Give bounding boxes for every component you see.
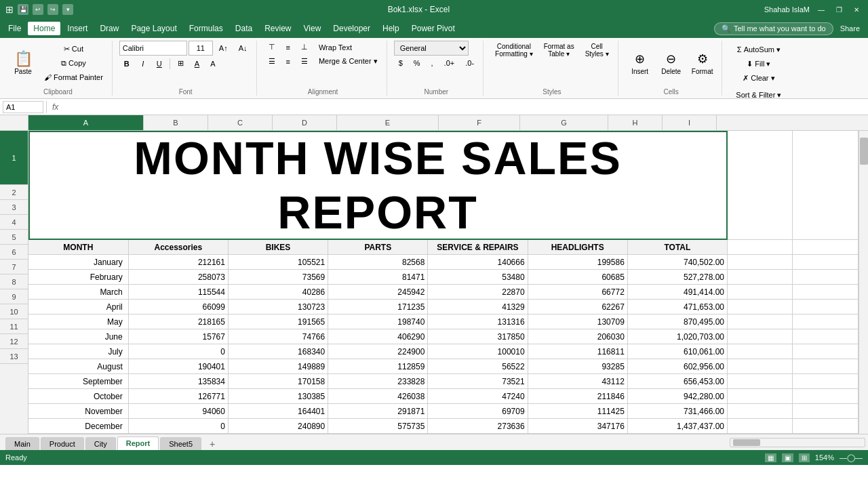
cell-svc-jan[interactable]: 140666 [428, 255, 528, 270]
header-parts[interactable]: PARTS [328, 240, 428, 255]
align-top-button[interactable]: ⊤ [264, 41, 280, 54]
sort-filter-button[interactable]: Sort & Filter ▾ [729, 89, 789, 102]
font-name-input[interactable] [119, 41, 187, 56]
minimize-button[interactable]: — [815, 5, 827, 14]
header-headlights[interactable]: HEADLIGHTS [528, 240, 627, 255]
header-service[interactable]: SERVICE & REPAIRS [428, 240, 528, 255]
align-center-button[interactable]: ≡ [281, 56, 295, 68]
col-header-g[interactable]: G [520, 115, 608, 130]
delete-button[interactable]: ⊖ Delete [656, 41, 686, 85]
align-right-button[interactable]: ☰ [296, 55, 313, 68]
header-month[interactable]: MONTH [28, 240, 128, 255]
new-sheet-button[interactable]: + [205, 438, 219, 450]
bold-button[interactable]: B [119, 58, 134, 70]
header-h[interactable] [728, 240, 793, 255]
font-size-input[interactable] [189, 41, 213, 56]
font-color-button[interactable]: A [205, 58, 220, 70]
menu-file[interactable]: File [3, 22, 26, 35]
scroll-thumb-h[interactable] [733, 439, 760, 446]
tell-me-search[interactable]: 🔍 Tell me what you want to do [714, 22, 833, 35]
merge-center-button[interactable]: Merge & Center ▾ [314, 55, 382, 68]
menu-review[interactable]: Review [259, 22, 296, 35]
fill-color-button[interactable]: A [190, 58, 204, 70]
cell-bikes-jan[interactable]: 105521 [228, 255, 328, 270]
comma-button[interactable]: , [427, 57, 438, 69]
col-header-f[interactable]: F [439, 115, 520, 130]
share-button[interactable]: Share [835, 24, 865, 33]
header-accessories[interactable]: Accessories [128, 240, 228, 255]
restore-button[interactable]: ❐ [833, 5, 845, 14]
redo-icon[interactable]: ↪ [47, 4, 58, 15]
save-icon[interactable]: 💾 [18, 4, 28, 15]
menu-page-layout[interactable]: Page Layout [125, 22, 182, 35]
cell-month-jan[interactable]: January [28, 255, 128, 270]
shrink-font-button[interactable]: A↓ [234, 42, 252, 54]
col-header-c[interactable]: C [208, 115, 273, 130]
format-as-table-button[interactable]: Format asTable ▾ [539, 41, 579, 60]
menu-formulas[interactable]: Formulas [184, 22, 229, 35]
formula-input[interactable] [64, 101, 865, 113]
scroll-thumb-v[interactable] [860, 138, 868, 165]
copy-button[interactable]: ⧉ Copy [39, 57, 108, 70]
tab-main[interactable]: Main [5, 437, 39, 450]
vertical-scrollbar[interactable] [859, 131, 868, 434]
menu-power-pivot[interactable]: Power Pivot [406, 22, 460, 35]
tab-product[interactable]: Product [41, 437, 84, 450]
zoom-slider[interactable]: —◯— [840, 453, 863, 462]
align-left-button[interactable]: ☰ [264, 55, 280, 68]
format-painter-button[interactable]: 🖌 Format Painter [39, 71, 108, 83]
cell-acc-jan[interactable]: 212161 [128, 255, 228, 270]
menu-draw[interactable]: Draw [94, 22, 124, 35]
header-total[interactable]: TOTAL [627, 240, 727, 255]
header-i[interactable] [793, 240, 859, 255]
align-bottom-button[interactable]: ⊥ [296, 41, 313, 54]
cell-styles-button[interactable]: CellStyles ▾ [580, 41, 614, 60]
more-commands-icon[interactable]: ▾ [62, 4, 73, 15]
name-box-input[interactable] [3, 101, 43, 113]
col-header-h[interactable]: H [608, 115, 663, 130]
italic-button[interactable]: I [136, 58, 151, 70]
cell-lights-jan[interactable]: 199586 [528, 255, 627, 270]
paste-button[interactable]: 📋 Paste [8, 41, 38, 85]
close-button[interactable]: ✕ [850, 5, 863, 14]
align-middle-button[interactable]: ≡ [281, 41, 295, 54]
cell-parts-jan[interactable]: 82568 [328, 255, 428, 270]
tab-sheet5[interactable]: Sheet5 [160, 437, 201, 450]
i-cell-1[interactable] [793, 131, 859, 240]
cell-total-jan[interactable]: 740,502.00 [627, 255, 727, 270]
percent-button[interactable]: % [409, 57, 425, 69]
view-page-break-icon[interactable]: ⊞ [799, 453, 810, 462]
cut-button[interactable]: ✂ Cut [39, 43, 108, 56]
number-format-select[interactable]: General Number Currency [394, 41, 469, 56]
cell-month-feb[interactable]: February [28, 270, 128, 285]
col-header-i[interactable]: I [663, 115, 717, 130]
autosum-button[interactable]: Σ AutoSum ▾ [729, 43, 789, 56]
menu-view[interactable]: View [298, 22, 327, 35]
col-header-a[interactable]: A [28, 115, 144, 130]
menu-help[interactable]: Help [377, 22, 405, 35]
menu-data[interactable]: Data [230, 22, 258, 35]
dollar-button[interactable]: $ [394, 57, 408, 69]
border-button[interactable]: ⊞ [173, 57, 189, 70]
col-header-e[interactable]: E [337, 115, 439, 130]
increase-decimal-button[interactable]: .0+ [439, 57, 460, 69]
header-bikes[interactable]: BIKES [228, 240, 328, 255]
view-normal-icon[interactable]: ▦ [765, 453, 776, 462]
undo-icon[interactable]: ↩ [33, 4, 43, 15]
h-cell-1[interactable] [728, 131, 793, 240]
tab-city[interactable]: City [85, 437, 116, 450]
decrease-decimal-button[interactable]: .0- [460, 57, 479, 69]
format-button[interactable]: ⚙ Format [688, 41, 717, 85]
title-merged-cell[interactable]: MONTH WISE SALES REPORT [28, 131, 728, 240]
insert-button[interactable]: ⊕ Insert [625, 41, 655, 85]
grow-font-button[interactable]: A↑ [214, 42, 233, 54]
tab-report[interactable]: Report [117, 436, 159, 450]
conditional-formatting-button[interactable]: ConditionalFormatting ▾ [490, 41, 538, 60]
view-page-layout-icon[interactable]: ▣ [782, 453, 793, 462]
col-header-d[interactable]: D [273, 115, 337, 130]
underline-button[interactable]: U [152, 58, 167, 70]
horizontal-scrollbar[interactable] [730, 438, 865, 447]
menu-insert[interactable]: Insert [62, 22, 93, 35]
wrap-text-button[interactable]: Wrap Text [314, 41, 357, 54]
menu-developer[interactable]: Developer [328, 22, 376, 35]
